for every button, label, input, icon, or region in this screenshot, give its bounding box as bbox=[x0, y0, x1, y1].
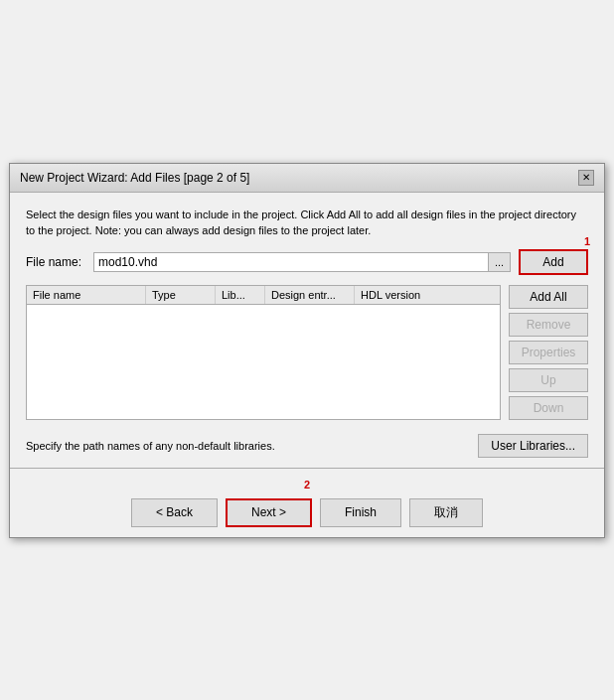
table-body[interactable] bbox=[27, 305, 500, 419]
back-button[interactable]: < Back bbox=[131, 498, 218, 527]
number-2-label: 2 bbox=[26, 479, 588, 490]
col-hdl: HDL version bbox=[355, 286, 500, 304]
title-bar: New Project Wizard: Add Files [page 2 of… bbox=[10, 164, 604, 193]
properties-button[interactable]: Properties bbox=[509, 341, 588, 364]
table-header: File name Type Lib... Design entr... HDL… bbox=[27, 286, 500, 305]
add-button[interactable]: Add bbox=[519, 249, 588, 275]
dialog: New Project Wizard: Add Files [page 2 of… bbox=[9, 163, 605, 538]
add-button-wrap: 1 Add bbox=[519, 249, 588, 275]
file-label: File name: bbox=[26, 255, 85, 269]
number-1-label: 1 bbox=[584, 235, 590, 247]
add-all-button[interactable]: Add All bbox=[509, 285, 588, 309]
footer: 2 < Back Next > Finish 取消 bbox=[10, 468, 604, 537]
user-libraries-button[interactable]: User Libraries... bbox=[478, 434, 588, 458]
bottom-buttons: < Back Next > Finish 取消 bbox=[26, 498, 588, 527]
cancel-button[interactable]: 取消 bbox=[409, 498, 483, 527]
file-browse-button[interactable]: ... bbox=[488, 253, 510, 271]
file-name-input[interactable] bbox=[94, 253, 488, 271]
files-table: File name Type Lib... Design entr... HDL… bbox=[26, 285, 501, 420]
col-filename: File name bbox=[27, 286, 146, 304]
libraries-row: Specify the path names of any non-defaul… bbox=[26, 434, 588, 458]
col-type: Type bbox=[146, 286, 216, 304]
main-area: File name Type Lib... Design entr... HDL… bbox=[26, 285, 588, 420]
file-name-row: File name: ... 1 Add bbox=[26, 249, 588, 275]
down-button[interactable]: Down bbox=[509, 396, 588, 420]
col-design: Design entr... bbox=[265, 286, 355, 304]
close-button[interactable]: ✕ bbox=[578, 170, 594, 186]
dialog-content: Select the design files you want to incl… bbox=[10, 193, 604, 468]
finish-button[interactable]: Finish bbox=[320, 498, 401, 527]
up-button[interactable]: Up bbox=[509, 368, 588, 392]
col-lib: Lib... bbox=[216, 286, 265, 304]
description-text: Select the design files you want to incl… bbox=[26, 207, 588, 239]
file-input-wrap: ... bbox=[93, 252, 511, 272]
remove-button[interactable]: Remove bbox=[509, 313, 588, 337]
side-buttons: Add All Remove Properties Up Down bbox=[509, 285, 588, 420]
libraries-text: Specify the path names of any non-defaul… bbox=[26, 440, 275, 452]
dialog-title: New Project Wizard: Add Files [page 2 of… bbox=[20, 171, 249, 185]
next-button[interactable]: Next > bbox=[226, 498, 312, 527]
